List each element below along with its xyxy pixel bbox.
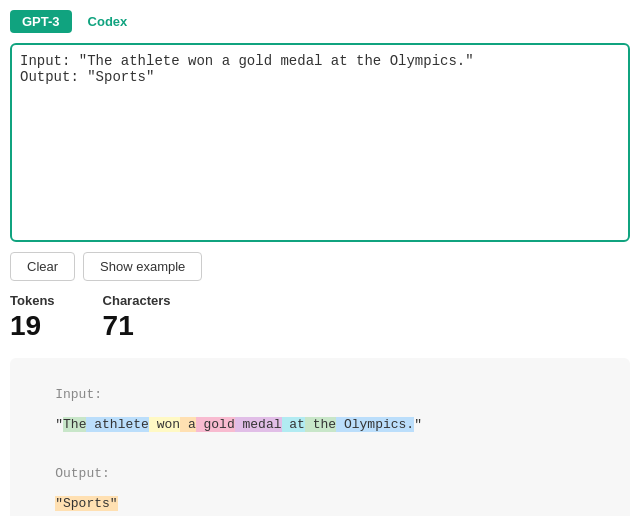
token-athlete: athlete — [86, 417, 148, 432]
action-buttons: Clear Show example — [10, 252, 630, 281]
characters-label: Characters — [103, 293, 171, 308]
output-output-line: Output: "Sports" — [24, 451, 616, 516]
input-label: Input: — [55, 387, 102, 402]
token-won: won — [149, 417, 180, 432]
quote-close: " — [414, 417, 422, 432]
tab-codex[interactable]: Codex — [76, 10, 140, 33]
clear-button[interactable]: Clear — [10, 252, 75, 281]
token-gold: gold — [196, 417, 235, 432]
tab-bar: GPT-3 Codex — [10, 10, 630, 33]
token-medal: medal — [235, 417, 282, 432]
tokens-label: Tokens — [10, 293, 55, 308]
characters-stat: Characters 71 — [103, 293, 171, 342]
tab-gpt3[interactable]: GPT-3 — [10, 10, 72, 33]
token-the2: the — [305, 417, 336, 432]
main-input[interactable]: Input: "The athlete won a gold medal at … — [20, 53, 620, 228]
token-olympics: Olympics. — [336, 417, 414, 432]
output-panel: Input: "The athlete won a gold medal at … — [10, 358, 630, 516]
token-at: at — [282, 417, 305, 432]
characters-value: 71 — [103, 310, 171, 342]
show-example-button[interactable]: Show example — [83, 252, 202, 281]
output-input-line: Input: "The athlete won a gold medal at … — [24, 372, 616, 447]
tokens-stat: Tokens 19 — [10, 293, 55, 342]
tokens-value: 19 — [10, 310, 55, 342]
token-the: The — [63, 417, 86, 432]
token-a: a — [180, 417, 196, 432]
quote-open: " — [55, 417, 63, 432]
token-sports: "Sports" — [55, 496, 117, 511]
stats-row: Tokens 19 Characters 71 — [10, 293, 630, 342]
output-label: Output: — [55, 466, 110, 481]
textarea-wrapper: Input: "The athlete won a gold medal at … — [10, 43, 630, 242]
